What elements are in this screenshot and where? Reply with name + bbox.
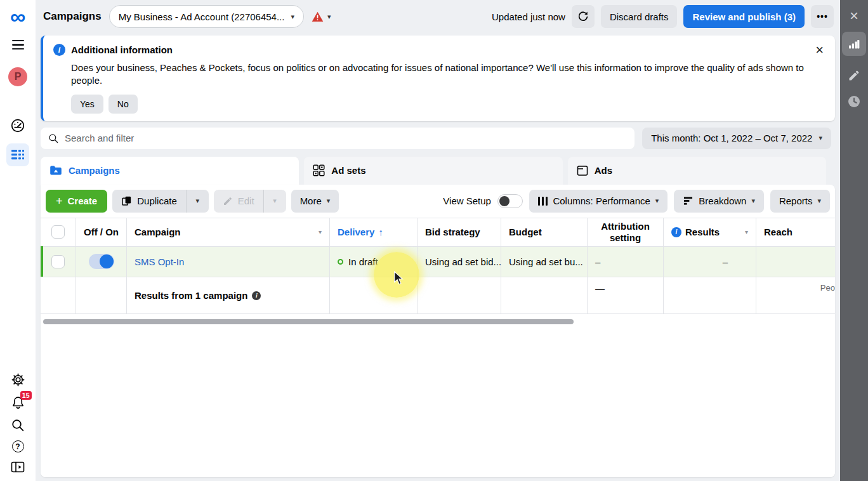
create-button[interactable]: + Create (46, 190, 107, 213)
duplicate-icon (121, 195, 132, 206)
breakdown-icon (683, 196, 694, 206)
header-attribution-setting[interactable]: Attribution setting (588, 218, 664, 246)
header-bid-strategy[interactable]: Bid strategy (418, 218, 501, 246)
horizontal-scrollbar[interactable] (43, 319, 574, 324)
performance-chart-icon[interactable] (842, 32, 866, 56)
edit-panel-icon[interactable] (848, 69, 860, 82)
chevron-down-icon: ▾ (327, 13, 331, 20)
level-tabs: Campaigns Ad sets Ads (41, 157, 835, 185)
table-summary-row: Results from 1 campaign i — Peo (41, 277, 835, 314)
help-icon[interactable]: ? (12, 440, 24, 452)
date-range-selector[interactable]: This month: Oct 1, 2022 – Oct 7, 2022 ▾ (642, 128, 831, 149)
search-input[interactable] (65, 133, 627, 143)
campaign-name-link[interactable]: SMS Opt-In (135, 256, 184, 267)
search-and-filter-box[interactable] (41, 128, 635, 149)
right-sidebar: × (840, 0, 868, 481)
close-panel-icon[interactable]: × (850, 8, 858, 23)
main-area: Campaigns My Business - Ad Account (2270… (36, 0, 840, 481)
chevron-down-icon[interactable]: ▾ (745, 228, 748, 235)
settings-gear-icon[interactable] (11, 372, 25, 387)
search-icon (48, 133, 58, 143)
banner-title: Additional information (71, 44, 173, 55)
row-select-cell (41, 247, 76, 277)
row-attribution-cell: – (588, 247, 664, 277)
chevron-down-icon: ▾ (819, 135, 822, 142)
chevron-down-icon[interactable]: ▾ (319, 228, 322, 235)
header-budget[interactable]: Budget (501, 218, 588, 246)
collapse-sidebar-icon[interactable] (11, 461, 25, 473)
draft-status-icon (338, 259, 343, 265)
edit-dropdown-button[interactable]: ▾ (263, 190, 286, 213)
select-all-cell (41, 218, 76, 246)
reports-button[interactable]: Reports ▾ (770, 190, 830, 213)
row-delivery-cell: In draft (330, 247, 418, 277)
columns-button[interactable]: Columns: Performance ▾ (529, 190, 667, 213)
columns-icon (538, 197, 548, 206)
chevron-down-icon: ▾ (327, 197, 331, 204)
edit-button[interactable]: Edit (214, 190, 263, 213)
info-icon: i (53, 44, 65, 56)
sort-ascending-icon: ↑ (378, 227, 383, 237)
row-results-cell: – (664, 247, 756, 277)
table-toolbar: + Create Duplicate ▾ (41, 185, 835, 218)
info-icon[interactable]: i (252, 291, 261, 300)
header-campaign[interactable]: Campaign ▾ (127, 218, 330, 246)
chevron-down-icon: ▾ (655, 197, 659, 204)
breakdown-button[interactable]: Breakdown ▾ (674, 190, 764, 213)
tab-ads[interactable]: Ads (568, 157, 826, 185)
review-and-publish-button[interactable]: Review and publish (3) (683, 5, 805, 28)
ads-manager-screen: ∞ P 15 ? (0, 0, 868, 481)
left-sidebar: ∞ P 15 ? (0, 0, 36, 481)
view-setup-label: View Setup (443, 195, 491, 206)
header-reach[interactable]: Reach (756, 218, 835, 246)
search-nav-icon[interactable] (11, 418, 25, 432)
footer-delivery-cell (330, 277, 418, 313)
account-warning-dropdown[interactable]: ▾ (312, 11, 331, 22)
avatar[interactable]: P (8, 67, 27, 86)
refresh-button[interactable] (572, 5, 595, 28)
top-bar: Campaigns My Business - Ad Account (2270… (36, 0, 840, 33)
discard-drafts-button[interactable]: Discard drafts (601, 5, 678, 28)
footer-budget-cell (501, 277, 588, 313)
page-title: Campaigns (43, 10, 102, 23)
duplicate-dropdown-button[interactable]: ▾ (186, 190, 209, 213)
chevron-down-icon: ▾ (751, 197, 755, 204)
more-options-button[interactable]: ••• (811, 5, 834, 28)
notifications-bell-icon[interactable]: 15 (11, 395, 25, 410)
row-budget-cell: Using ad set bu... (501, 247, 588, 277)
banner-close-icon[interactable]: × (815, 43, 824, 57)
meta-logo-icon: ∞ (10, 6, 25, 27)
duplicate-button[interactable]: Duplicate (112, 190, 186, 213)
tab-ad-sets[interactable]: Ad sets (304, 157, 562, 185)
date-range-label: This month: Oct 1, 2022 – Oct 7, 2022 (651, 133, 812, 143)
refresh-icon (577, 11, 589, 22)
footer-bid-cell (418, 277, 501, 313)
header-delivery[interactable]: Delivery ↑ (330, 218, 418, 246)
campaigns-folder-icon (49, 165, 62, 176)
plus-icon: + (56, 195, 63, 207)
edit-split-button: Edit ▾ (214, 190, 286, 213)
view-setup-toggle[interactable] (497, 194, 523, 208)
footer-toggle-cell (76, 277, 127, 313)
additional-information-banner: i Additional information Does your busin… (41, 36, 835, 121)
campaign-on-toggle[interactable] (89, 254, 114, 269)
campaigns-nav-icon[interactable] (6, 143, 29, 166)
footer-reach-cell: Peo (756, 277, 835, 313)
header-off-on[interactable]: Off / On (76, 218, 127, 246)
content-area: i Additional information Does your busin… (36, 33, 840, 481)
campaign-row: SMS Opt-In In draft Using ad set bid... … (41, 247, 835, 277)
no-button[interactable]: No (109, 95, 138, 114)
menu-icon[interactable] (12, 40, 24, 49)
tab-campaigns[interactable]: Campaigns (41, 157, 299, 185)
row-reach-cell (756, 247, 835, 277)
select-all-checkbox[interactable] (51, 225, 65, 239)
campaigns-panel: + Create Duplicate ▾ (41, 185, 835, 478)
history-clock-icon[interactable] (847, 95, 861, 109)
more-button[interactable]: More ▾ (291, 190, 339, 213)
row-checkbox[interactable] (51, 255, 65, 268)
ad-account-selector[interactable]: My Business - Ad Account (22706454... ▾ (109, 5, 304, 28)
chevron-down-icon: ▾ (817, 197, 821, 204)
header-results[interactable]: i Results ▾ (664, 218, 756, 246)
account-overview-icon[interactable] (6, 114, 29, 137)
yes-button[interactable]: Yes (71, 95, 103, 114)
